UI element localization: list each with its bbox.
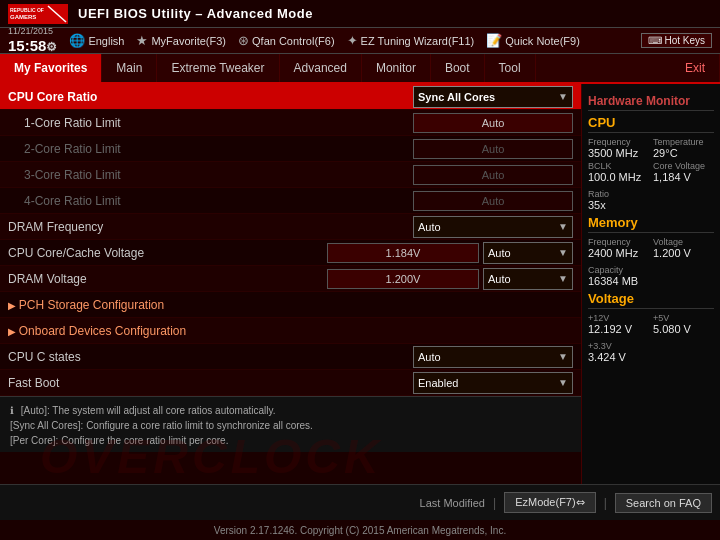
hw-5v-block: +5V 5.080 V bbox=[653, 313, 714, 335]
cpu-voltage-dropdown[interactable]: Auto ▼ bbox=[483, 242, 573, 264]
language-selector[interactable]: 🌐 English bbox=[69, 33, 124, 48]
hw-volt-grid: +12V 12.192 V +5V 5.080 V bbox=[588, 313, 714, 335]
footer-buttons: Last Modified | EzMode(F7)⇔ | Search on … bbox=[0, 492, 720, 513]
chevron-down-icon: ▼ bbox=[558, 273, 568, 284]
setting-row-3core: 3-Core Ratio Limit bbox=[0, 162, 581, 188]
1core-input[interactable] bbox=[413, 113, 573, 133]
help-text: ℹ [Auto]: The system will adjust all cor… bbox=[0, 396, 581, 452]
hw-ratio-block: Ratio 35x bbox=[588, 189, 714, 211]
tab-boot[interactable]: Boot bbox=[431, 54, 485, 82]
dram-voltage-input[interactable] bbox=[327, 269, 479, 289]
dram-freq-label: DRAM Frequency bbox=[8, 217, 413, 237]
search-faq-btn[interactable]: Search on FAQ bbox=[615, 493, 712, 513]
3core-input[interactable] bbox=[413, 165, 573, 185]
hw-33v-block: +3.3V 3.424 V bbox=[588, 341, 714, 363]
info-icon: ℹ bbox=[10, 405, 14, 416]
bios-title: UEFI BIOS Utility – Advanced Mode bbox=[78, 6, 313, 21]
fan-icon: ⊛ bbox=[238, 33, 249, 48]
3core-value bbox=[413, 165, 573, 185]
hw-cpu-title: CPU bbox=[588, 115, 714, 133]
wand-icon: ✦ bbox=[347, 33, 358, 48]
setting-row-pch[interactable]: PCH Storage Configuration bbox=[0, 292, 581, 318]
chevron-down-icon: ▼ bbox=[558, 351, 568, 362]
hw-mem-grid: Frequency 2400 MHz Voltage 1.200 V bbox=[588, 237, 714, 259]
4core-input[interactable] bbox=[413, 191, 573, 211]
hw-corev-value: 1,184 V bbox=[653, 171, 714, 183]
my-favorite-btn[interactable]: ★ MyFavorite(F3) bbox=[136, 33, 226, 48]
setting-row-fast-boot: Fast Boot Enabled ▼ bbox=[0, 370, 581, 396]
4core-label: 4-Core Ratio Limit bbox=[8, 191, 413, 211]
hw-cap-value: 16384 MB bbox=[588, 275, 714, 287]
chevron-down-icon: ▼ bbox=[558, 221, 568, 232]
hw-12v-label: +12V bbox=[588, 313, 649, 323]
keyboard-icon: ⌨ bbox=[648, 35, 662, 46]
cpu-core-ratio-dropdown[interactable]: Sync All Cores ▼ bbox=[413, 86, 573, 108]
settings-panel: CPU Core Ratio Sync All Cores ▼ 1-Core R… bbox=[0, 84, 582, 504]
tab-my-favorites[interactable]: My Favorites bbox=[0, 54, 102, 82]
hw-bclk-label: BCLK bbox=[588, 161, 649, 171]
hw-cpu-grid: Frequency 3500 MHz Temperature 29°C BCLK… bbox=[588, 137, 714, 183]
hw-mem-freq-block: Frequency 2400 MHz bbox=[588, 237, 649, 259]
setting-row-dram-voltage: DRAM Voltage Auto ▼ bbox=[0, 266, 581, 292]
ez-tuning-btn[interactable]: ✦ EZ Tuning Wizard(F11) bbox=[347, 33, 475, 48]
svg-text:REPUBLIC OF: REPUBLIC OF bbox=[10, 7, 44, 13]
tab-monitor[interactable]: Monitor bbox=[362, 54, 431, 82]
2core-label: 2-Core Ratio Limit bbox=[8, 139, 413, 159]
footer-wrapper: Last Modified | EzMode(F7)⇔ | Search on … bbox=[0, 484, 720, 540]
hw-bclk-block: BCLK 100.0 MHz bbox=[588, 161, 649, 183]
cpu-core-ratio-label: CPU Core Ratio bbox=[8, 87, 413, 107]
note-icon: 📝 bbox=[486, 33, 502, 48]
cpu-voltage-input[interactable] bbox=[327, 243, 479, 263]
star-icon: ★ bbox=[136, 33, 148, 48]
globe-icon: 🌐 bbox=[69, 33, 85, 48]
rog-logo: REPUBLIC OF GAMERS bbox=[8, 3, 68, 25]
hw-33v-value: 3.424 V bbox=[588, 351, 714, 363]
cpu-core-ratio-row: CPU Core Ratio Sync All Cores ▼ bbox=[0, 84, 581, 110]
hw-mem-volt-block: Voltage 1.200 V bbox=[653, 237, 714, 259]
footer-divider: | bbox=[493, 496, 496, 510]
1core-value bbox=[413, 113, 573, 133]
onboard-label: Onboard Devices Configuration bbox=[8, 321, 573, 341]
dram-voltage-dropdown[interactable]: Auto ▼ bbox=[483, 268, 573, 290]
dram-voltage-value: Auto ▼ bbox=[327, 268, 573, 290]
hw-mem-freq-value: 2400 MHz bbox=[588, 247, 649, 259]
hot-keys-btn[interactable]: ⌨ Hot Keys bbox=[641, 33, 712, 48]
fast-boot-value: Enabled ▼ bbox=[413, 372, 573, 394]
hw-monitor-title: Hardware Monitor bbox=[588, 94, 714, 111]
4core-value bbox=[413, 191, 573, 211]
hw-12v-block: +12V 12.192 V bbox=[588, 313, 649, 335]
hw-mem-volt-label: Voltage bbox=[653, 237, 714, 247]
hw-cpu-freq-label: Frequency bbox=[588, 137, 649, 147]
tab-advanced[interactable]: Advanced bbox=[280, 54, 362, 82]
hw-monitor-panel: Hardware Monitor CPU Frequency 3500 MHz … bbox=[582, 84, 720, 504]
tab-extreme-tweaker[interactable]: Extreme Tweaker bbox=[157, 54, 279, 82]
title-bar: REPUBLIC OF GAMERS UEFI BIOS Utility – A… bbox=[0, 0, 720, 28]
fast-boot-label: Fast Boot bbox=[8, 373, 413, 393]
tab-main[interactable]: Main bbox=[102, 54, 157, 82]
pch-label: PCH Storage Configuration bbox=[8, 295, 573, 315]
dram-freq-dropdown[interactable]: Auto ▼ bbox=[413, 216, 573, 238]
tab-tool[interactable]: Tool bbox=[485, 54, 536, 82]
hw-bclk-value: 100.0 MHz bbox=[588, 171, 649, 183]
quick-note-btn[interactable]: 📝 Quick Note(F9) bbox=[486, 33, 580, 48]
hw-5v-label: +5V bbox=[653, 313, 714, 323]
dram-voltage-label: DRAM Voltage bbox=[8, 269, 327, 289]
cpu-cstates-dropdown[interactable]: Auto ▼ bbox=[413, 346, 573, 368]
setting-row-onboard[interactable]: Onboard Devices Configuration bbox=[0, 318, 581, 344]
ez-mode-btn[interactable]: EzMode(F7)⇔ bbox=[504, 492, 596, 513]
tab-exit[interactable]: Exit bbox=[671, 54, 720, 82]
hw-ratio-label: Ratio bbox=[588, 189, 714, 199]
setting-row-4core: 4-Core Ratio Limit bbox=[0, 188, 581, 214]
qfan-btn[interactable]: ⊛ Qfan Control(F6) bbox=[238, 33, 335, 48]
main-area: CPU Core Ratio Sync All Cores ▼ 1-Core R… bbox=[0, 84, 720, 504]
hw-mem-freq-label: Frequency bbox=[588, 237, 649, 247]
setting-row-1core: 1-Core Ratio Limit bbox=[0, 110, 581, 136]
1core-label: 1-Core Ratio Limit bbox=[8, 113, 413, 133]
hw-cpu-temp-value: 29°C bbox=[653, 147, 714, 159]
time: 15:58⚙ bbox=[8, 37, 57, 55]
2core-value bbox=[413, 139, 573, 159]
fast-boot-dropdown[interactable]: Enabled ▼ bbox=[413, 372, 573, 394]
hw-cap-label: Capacity bbox=[588, 265, 714, 275]
cpu-voltage-value: Auto ▼ bbox=[327, 242, 573, 264]
2core-input[interactable] bbox=[413, 139, 573, 159]
